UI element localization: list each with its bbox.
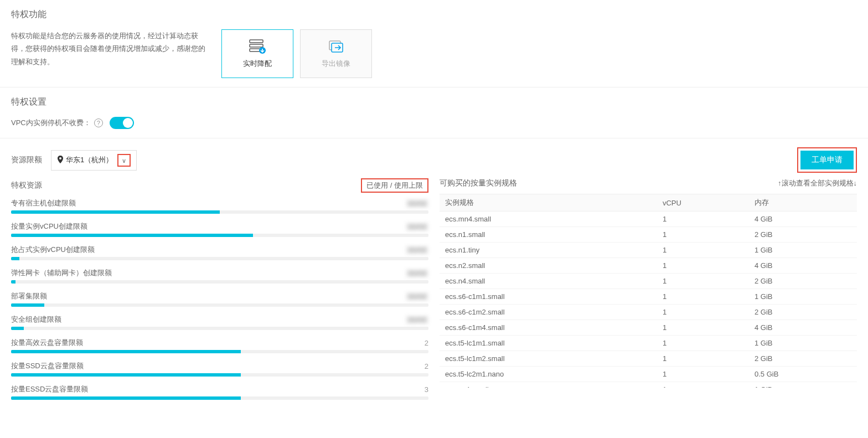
quota-value: 00/00 <box>406 199 428 208</box>
cell-spec: ecs.n4.small <box>440 274 657 289</box>
quota-bar <box>11 234 428 237</box>
table-row: ecs.t5-lc1m1.small11 GiB <box>440 336 857 351</box>
left-col-title: 特权资源 <box>11 181 42 190</box>
scroll-hint: ↑滚动查看全部实例规格↓ <box>778 178 857 188</box>
quota-label: 资源限额 <box>11 155 42 165</box>
export-image-icon <box>327 39 345 54</box>
quota-item: 按量高效云盘容量限额2 <box>11 338 428 353</box>
instance-specs-col: 可购买的按量实例规格 ↑滚动查看全部实例规格↓ 实例规格 vCPU 内存 ecs… <box>440 178 857 408</box>
quota-name: 安全组创建限额 <box>11 315 61 324</box>
region-select[interactable]: 华东1（杭州） ∨ <box>51 150 137 171</box>
cell-vcpu: 1 <box>657 320 749 336</box>
cell-mem: 4 GiB <box>749 212 857 227</box>
cell-vcpu: 1 <box>657 243 749 258</box>
table-row: ecs.s6-c1m4.small14 GiB <box>440 320 857 336</box>
cell-vcpu: 1 <box>657 212 749 227</box>
quota-value: 3 <box>425 385 428 394</box>
quota-item: 部署集限额00/00 <box>11 291 428 307</box>
th-vcpu: vCPU <box>657 194 749 212</box>
quota-bar <box>11 257 428 260</box>
cell-mem: 2 GiB <box>749 305 857 320</box>
vpc-toggle[interactable] <box>110 117 134 129</box>
quota-name: 弹性网卡（辅助网卡）创建限额 <box>11 268 112 278</box>
cell-spec: ecs.n1.small <box>440 227 657 243</box>
table-row: ecs.n4.small12 GiB <box>440 274 857 289</box>
quota-name: 按量实例vCPU创建限额 <box>11 221 87 231</box>
quota-list: 专有宿主机创建限额00/00按量实例vCPU创建限额00/00抢占式实例vCPU… <box>11 198 428 400</box>
cell-spec: ecs.t5-lc1m1.small <box>440 336 657 351</box>
svg-rect-0 <box>250 40 263 43</box>
spec-table-scroll[interactable]: 实例规格 vCPU 内存 ecs.mn4.small14 GiBecs.n1.s… <box>440 194 857 388</box>
cell-mem: 0.5 GiB <box>749 367 857 382</box>
region-name: 华东1（杭州） <box>66 155 113 165</box>
quota-bar <box>11 327 428 330</box>
quota-columns: 特权资源 已使用 / 使用上限 专有宿主机创建限额00/00按量实例vCPU创建… <box>0 173 868 408</box>
privilege-cards: 实时降配 导出镜像 <box>221 29 372 78</box>
cell-spec: ecs.s6-c1m1.small <box>440 289 657 305</box>
quota-name: 按量ESSD云盘容量限额 <box>11 384 88 394</box>
card-label: 导出镜像 <box>322 59 350 69</box>
spec-table: 实例规格 vCPU 内存 ecs.mn4.small14 GiBecs.n1.s… <box>440 194 857 388</box>
cell-vcpu: 1 <box>657 351 749 367</box>
table-row: ecs.xn4.small11 GiB <box>440 382 857 388</box>
quota-item: 抢占式实例vCPU创建限额00/00 <box>11 245 428 260</box>
quota-name: 按量高效云盘容量限额 <box>11 338 83 348</box>
cell-vcpu: 1 <box>657 336 749 351</box>
cell-vcpu: 1 <box>657 305 749 320</box>
cell-spec: ecs.s6-c1m2.small <box>440 305 657 320</box>
quota-name: 抢占式实例vCPU创建限额 <box>11 245 95 255</box>
cell-spec: ecs.n1.tiny <box>440 243 657 258</box>
cell-spec: ecs.t5-lc2m1.nano <box>440 367 657 382</box>
cell-spec: ecs.n2.small <box>440 258 657 274</box>
table-row: ecs.mn4.small14 GiB <box>440 212 857 227</box>
quota-value: 00/00 <box>406 292 428 301</box>
privilege-resources-col: 特权资源 已使用 / 使用上限 专有宿主机创建限额00/00按量实例vCPU创建… <box>11 178 428 408</box>
card-label: 实时降配 <box>243 59 272 69</box>
quota-item: 安全组创建限额00/00 <box>11 315 428 330</box>
settings-title: 特权设置 <box>11 96 857 108</box>
quota-name: 部署集限额 <box>11 291 47 301</box>
quota-value: 00/00 <box>406 269 428 277</box>
cell-mem: 4 GiB <box>749 258 857 274</box>
table-row: ecs.n1.tiny11 GiB <box>440 243 857 258</box>
th-mem: 内存 <box>749 194 857 212</box>
cell-mem: 2 GiB <box>749 274 857 289</box>
quota-name: 按量SSD云盘容量限额 <box>11 361 84 371</box>
card-export-image[interactable]: 导出镜像 <box>300 29 372 78</box>
svg-rect-1 <box>250 44 263 47</box>
privileges-section: 特权功能 特权功能是结合您的云服务器的使用情况，经过计算动态获得，您获得的特权项… <box>0 0 868 87</box>
right-col-title: 可购买的按量实例规格 <box>440 178 517 188</box>
quota-bar <box>11 210 428 214</box>
cell-mem: 1 GiB <box>749 382 857 388</box>
table-row: ecs.t5-lc1m2.small12 GiB <box>440 351 857 367</box>
cell-vcpu: 1 <box>657 367 749 382</box>
quota-bar <box>11 280 428 284</box>
table-row: ecs.n1.small12 GiB <box>440 227 857 243</box>
quota-value: 2 <box>425 339 428 347</box>
quota-section: 资源限额 华东1（杭州） ∨ 工单申请 <box>0 138 868 173</box>
cell-vcpu: 1 <box>657 382 749 388</box>
region-dropdown-highlight: ∨ <box>117 154 131 167</box>
quota-bar <box>11 303 428 307</box>
cell-spec: ecs.s6-c1m4.small <box>440 320 657 336</box>
cell-spec: ecs.xn4.small <box>440 382 657 388</box>
th-spec: 实例规格 <box>440 194 657 212</box>
cell-vcpu: 1 <box>657 227 749 243</box>
help-icon[interactable]: ? <box>94 118 103 127</box>
server-download-icon <box>249 39 266 54</box>
vpc-label: VPC内实例停机不收费： <box>11 118 91 128</box>
location-pin-icon <box>57 156 64 165</box>
cell-mem: 4 GiB <box>749 320 857 336</box>
table-row: ecs.t5-lc2m1.nano10.5 GiB <box>440 367 857 382</box>
chevron-down-icon: ∨ <box>122 157 126 164</box>
quota-value: 00/00 <box>406 246 428 254</box>
ticket-btn-highlight: 工单申请 <box>797 147 857 173</box>
card-realtime-downgrade[interactable]: 实时降配 <box>221 29 293 78</box>
quota-value: 00/00 <box>406 316 428 324</box>
cell-vcpu: 1 <box>657 289 749 305</box>
table-row: ecs.s6-c1m2.small12 GiB <box>440 305 857 320</box>
cell-mem: 1 GiB <box>749 243 857 258</box>
cell-vcpu: 1 <box>657 274 749 289</box>
table-row: ecs.s6-c1m1.small11 GiB <box>440 289 857 305</box>
ticket-apply-button[interactable]: 工单申请 <box>800 151 854 169</box>
